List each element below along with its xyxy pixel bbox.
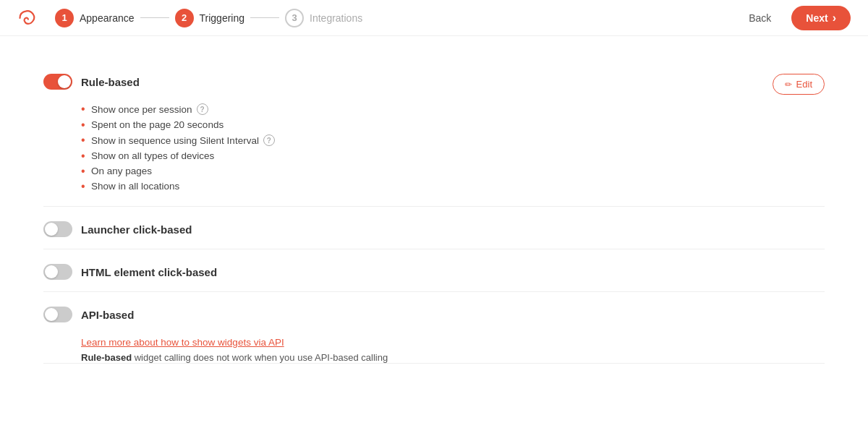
launcher-section-header: Launcher click-based — [43, 207, 825, 249]
logo-icon — [17, 8, 38, 28]
step-1-circle: 1 — [55, 9, 74, 27]
api-toggle-knob — [45, 308, 58, 321]
help-icon-silent-interval[interactable]: ? — [263, 134, 275, 146]
html-element-section-header: HTML element click-based — [43, 249, 825, 291]
next-button[interactable]: Next › — [791, 6, 851, 30]
rule-bullets-list: Show once per session ? Spent on the pag… — [81, 103, 825, 192]
html-element-title: HTML element click-based — [81, 266, 217, 278]
step-3-label: Integrations — [310, 12, 362, 24]
step-1-label: Appearance — [80, 12, 135, 24]
main-content: Rule-based ✏ Edit Show once per session … — [0, 36, 868, 387]
api-based-section: API-based Learn more about how to show w… — [43, 292, 825, 363]
step-1: 1 Appearance — [55, 9, 135, 27]
step-connector-2 — [250, 17, 279, 18]
step-2-label: Triggering — [200, 12, 245, 24]
api-note: Rule-based widget calling does not work … — [81, 352, 825, 363]
step-3: 3 Integrations — [285, 9, 362, 27]
rule-based-toggle-knob — [58, 75, 71, 88]
pencil-icon: ✏ — [785, 80, 792, 90]
header: 1 Appearance 2 Triggering 3 Integrations… — [0, 0, 868, 36]
launcher-toggle-knob — [45, 223, 58, 236]
steps-nav: 1 Appearance 2 Triggering 3 Integrations — [55, 9, 362, 27]
rule-based-section: Rule-based ✏ Edit Show once per session … — [43, 59, 825, 192]
rule-based-left: Rule-based — [43, 74, 140, 90]
api-section-header: API-based — [43, 292, 825, 334]
rule-based-top: Rule-based ✏ Edit — [43, 59, 825, 95]
step-2: 2 Triggering — [175, 9, 245, 27]
rule-based-title: Rule-based — [81, 76, 140, 88]
api-note-rest: widget calling does not work when you us… — [132, 352, 388, 363]
step-3-circle: 3 — [285, 9, 304, 27]
step-2-circle: 2 — [175, 9, 194, 27]
bullet-all-locations: Show in all locations — [81, 181, 825, 192]
html-element-section: HTML element click-based — [43, 249, 825, 291]
bullet-spent-on-page: Spent on the page 20 seconds — [81, 119, 825, 130]
bullet-show-once: Show once per session ? — [81, 103, 825, 115]
launcher-toggle[interactable] — [43, 221, 72, 237]
api-link[interactable]: Learn more about how to show widgets via… — [81, 337, 825, 348]
api-note-bold: Rule-based — [81, 352, 132, 363]
bullet-all-devices: Show on all types of devices — [81, 150, 825, 161]
help-icon-show-once[interactable]: ? — [197, 103, 208, 115]
edit-button[interactable]: ✏ Edit — [773, 74, 825, 95]
step-connector-1 — [140, 17, 169, 18]
launcher-title: Launcher click-based — [81, 223, 192, 236]
api-title: API-based — [81, 309, 134, 321]
back-button[interactable]: Back — [740, 8, 780, 28]
api-toggle[interactable] — [43, 307, 72, 322]
header-actions: Back Next › — [740, 6, 851, 30]
divider-4 — [43, 363, 825, 364]
logo-area — [17, 8, 38, 28]
bullet-any-pages: On any pages — [81, 166, 825, 176]
next-arrow-icon: › — [833, 12, 836, 25]
launcher-click-section: Launcher click-based — [43, 207, 825, 249]
rule-based-toggle[interactable] — [43, 74, 72, 90]
html-element-toggle[interactable] — [43, 264, 72, 280]
bullet-show-sequence: Show in sequence using Silent Interval ? — [81, 134, 825, 146]
html-element-toggle-knob — [45, 265, 58, 278]
